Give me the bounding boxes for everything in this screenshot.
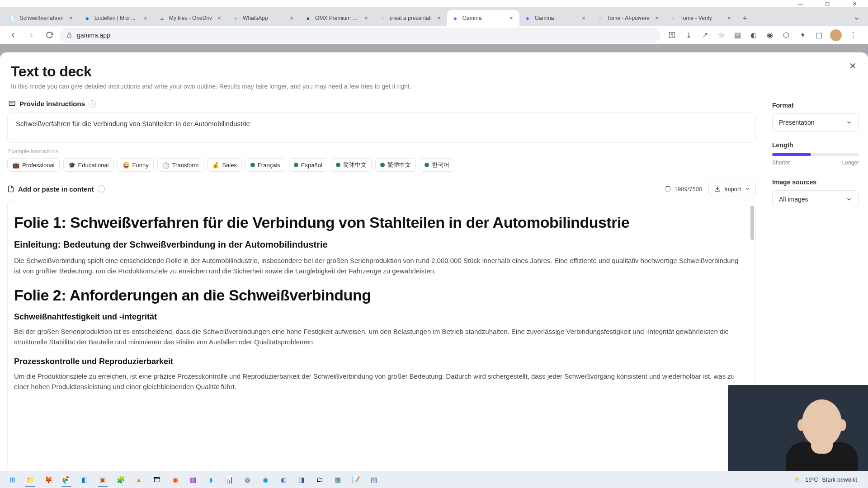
chip-emoji-icon: 🎓 (68, 162, 75, 169)
example-chip[interactable]: 繁體中文 (375, 158, 416, 172)
tb-excel[interactable]: ▦ (330, 473, 345, 487)
tab-close-button[interactable]: × (580, 14, 587, 22)
tb-app3[interactable]: ◉ (167, 473, 183, 487)
tb-app7[interactable]: ◨ (294, 473, 309, 487)
tb-outlook[interactable]: ◧ (77, 473, 92, 487)
browser-tab[interactable]: ◆ Gamma × (519, 10, 592, 26)
example-chip[interactable]: 한국어 (420, 158, 454, 172)
ext4-icon[interactable]: ⬡ (781, 30, 791, 40)
format-select[interactable]: Presentation (772, 113, 859, 131)
ext3-icon[interactable]: ◉ (765, 30, 775, 40)
window-minimize-button[interactable]: — (787, 0, 814, 7)
window-maximize-button[interactable]: ▢ (814, 0, 841, 7)
browser-tab[interactable]: 📄 Schweißverfahren × (5, 10, 79, 26)
chip-label: Educational (78, 162, 109, 169)
nav-forward-button[interactable] (24, 28, 39, 43)
tab-title: Erstellen | Microso (94, 15, 138, 21)
instruction-input[interactable]: Schweißverfahren für die Verbindung von … (7, 112, 756, 143)
tb-app5[interactable]: ◉ (258, 473, 273, 487)
example-chip[interactable]: Español (289, 158, 327, 172)
tb-word[interactable]: ▤ (366, 473, 382, 487)
browser-tab[interactable]: ● WhatsApp × (227, 10, 300, 26)
tab-dropdown-button[interactable] (849, 11, 864, 26)
tb-vlc[interactable]: ▲ (131, 473, 146, 487)
modal-title: Text to deck (11, 63, 857, 80)
browser-tab[interactable]: ◆ Erstellen | Microso × (79, 10, 154, 26)
info-icon[interactable]: i (98, 185, 105, 192)
example-chip[interactable]: 💼Professional (7, 158, 60, 172)
chip-label: 简体中文 (343, 161, 367, 169)
omnibox[interactable]: gamma.app (60, 28, 660, 43)
menu-icon[interactable]: ⋮ (848, 30, 858, 40)
tab-close-button[interactable]: × (508, 14, 515, 22)
tb-app8[interactable]: 🗂 (312, 473, 327, 487)
example-chip[interactable]: 😜Funny (118, 158, 154, 172)
tb-obs[interactable]: ◎ (240, 473, 255, 487)
nav-reload-button[interactable] (42, 28, 57, 43)
tab-close-button[interactable]: × (653, 14, 660, 22)
example-chip[interactable]: Français (245, 158, 285, 172)
browser-tab[interactable]: ■ GMX Premium - E × (300, 10, 374, 26)
add-content-label: Add or paste in content i (7, 185, 105, 193)
tab-close-button[interactable]: × (288, 14, 295, 22)
svg-rect-1 (9, 101, 15, 106)
tab-close-button[interactable]: × (67, 14, 75, 22)
tab-close-button[interactable]: × (363, 14, 370, 22)
browser-tab[interactable]: ○ Tome - Verify × (665, 10, 737, 26)
tb-onenote[interactable]: ▥ (185, 473, 201, 487)
info-icon[interactable]: i (89, 100, 96, 108)
chevron-down-icon (846, 196, 852, 202)
key-icon[interactable]: ⚿ (667, 30, 677, 40)
tb-powerpoint[interactable]: ▣ (95, 473, 110, 487)
example-chip[interactable]: 🎓Educational (63, 158, 114, 172)
char-counter: 1989/7500 (665, 186, 702, 192)
tb-notepad[interactable]: 📝 (348, 473, 363, 487)
bookmark-icon[interactable]: ☆ (716, 30, 726, 40)
chip-label: Sales (222, 162, 237, 169)
nav-back-button[interactable] (5, 28, 21, 43)
browser-tab[interactable]: ◆ Gamma × (447, 10, 519, 26)
modal-close-button[interactable]: ✕ (845, 59, 860, 73)
tb-weather[interactable]: ⛅ 19°C Stark bewölkt (788, 476, 863, 483)
ext1-icon[interactable]: ▦ (732, 30, 742, 40)
webcam-overlay[interactable] (728, 385, 868, 471)
content-editor[interactable]: Folie 1: Schweißverfahren für die Verbin… (7, 201, 756, 488)
browser-tab[interactable]: ○ Tome - AI-powere × (592, 10, 665, 26)
tab-close-button[interactable]: × (142, 14, 149, 22)
share-icon[interactable]: ↗ (700, 30, 710, 40)
profile-avatar[interactable] (830, 29, 842, 41)
example-chip[interactable]: 💰Sales (207, 158, 242, 172)
tb-chrome[interactable] (59, 473, 74, 487)
tb-explorer[interactable]: 📁 (23, 473, 38, 487)
tab-close-button[interactable]: × (435, 14, 443, 22)
start-button[interactable]: ⊞ (5, 473, 20, 487)
tb-app2[interactable]: 🗔 (149, 473, 165, 487)
tb-firefox[interactable]: 🦊 (41, 473, 56, 487)
example-chip[interactable]: 简体中文 (331, 158, 372, 172)
tab-favicon: ● (232, 14, 239, 22)
browser-tab[interactable]: ☁ My files - OneDriv × (154, 10, 227, 26)
install-icon[interactable]: ⤓ (684, 30, 693, 40)
spinner-icon (665, 186, 671, 192)
length-slider[interactable] (772, 153, 859, 156)
example-chip[interactable]: 📋Transform (157, 158, 204, 172)
image-sources-select[interactable]: All images (772, 190, 859, 208)
instructions-icon (8, 100, 16, 108)
editor-scrollbar[interactable] (750, 206, 754, 240)
editor-h1: Folie 1: Schweißverfahren für die Verbin… (14, 214, 741, 231)
tb-app4[interactable]: 📊 (222, 473, 237, 487)
tab-close-button[interactable]: × (726, 14, 733, 22)
ext2-icon[interactable]: ◐ (749, 30, 759, 40)
tb-telegram[interactable]: ◗ (203, 473, 219, 487)
tab-close-button[interactable]: × (216, 14, 223, 22)
svg-point-4 (65, 478, 68, 481)
tb-app6[interactable]: ◐ (276, 473, 291, 487)
window-close-button[interactable]: ✕ (841, 0, 868, 7)
extensions-icon[interactable]: ✦ (797, 30, 807, 40)
app-surface: ✕ Text to deck In this mode you can give… (0, 44, 868, 488)
import-button[interactable]: Import (708, 182, 756, 196)
new-tab-button[interactable]: + (737, 11, 753, 26)
tb-app1[interactable]: 🧩 (113, 473, 128, 487)
sidepanel-icon[interactable]: ◫ (814, 30, 824, 40)
browser-tab[interactable]: ○ creat a presentati × (374, 10, 447, 26)
